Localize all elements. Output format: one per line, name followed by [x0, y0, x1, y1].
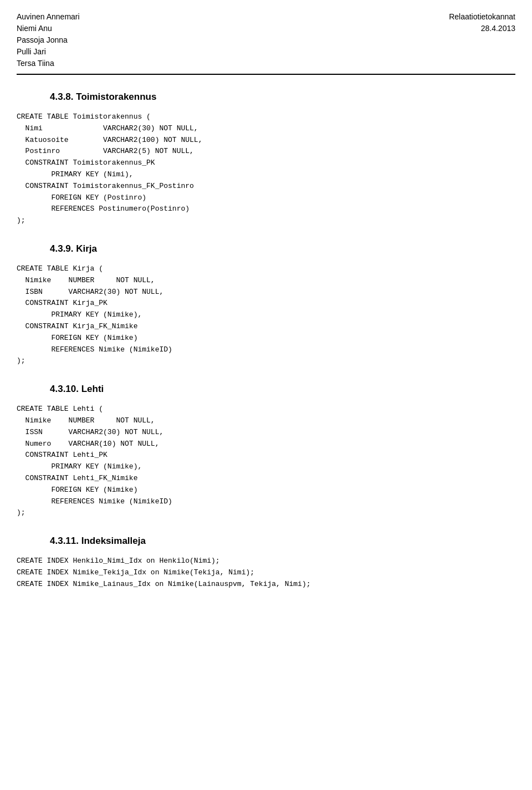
- header-names: Auvinen Annemari Niemi Anu Passoja Jonna…: [17, 11, 80, 69]
- name-5: Tersa Tiina: [17, 58, 80, 69]
- section-title-1: 4.3.9. Kirja: [50, 243, 515, 254]
- content: 4.3.8. ToimistorakennusCREATE TABLE Toim…: [17, 91, 515, 590]
- name-3: Passoja Jonna: [17, 34, 80, 46]
- section-code-2: CREATE TABLE Lehti ( Nimike NUMBER NOT N…: [17, 404, 515, 519]
- name-2: Niemi Anu: [17, 23, 80, 34]
- section-0: 4.3.8. ToimistorakennusCREATE TABLE Toim…: [17, 91, 515, 227]
- section-title-3: 4.3.11. Indeksimalleja: [50, 536, 515, 547]
- subject-title: Relaatiotietokannat: [449, 11, 515, 23]
- section-2: 4.3.10. LehtiCREATE TABLE Lehti ( Nimike…: [17, 384, 515, 519]
- section-1: 4.3.9. KirjaCREATE TABLE Kirja ( Nimike …: [17, 243, 515, 367]
- name-1: Auvinen Annemari: [17, 11, 80, 23]
- section-title-0: 4.3.8. Toimistorakennus: [50, 91, 515, 103]
- section-title-2: 4.3.10. Lehti: [50, 384, 515, 395]
- page-header: Auvinen Annemari Niemi Anu Passoja Jonna…: [17, 11, 515, 75]
- section-code-3: CREATE INDEX Henkilo_Nimi_Idx on Henkilo…: [17, 555, 515, 590]
- section-code-0: CREATE TABLE Toimistorakennus ( Nimi VAR…: [17, 111, 515, 227]
- name-4: Pulli Jari: [17, 46, 80, 58]
- section-3: 4.3.11. IndeksimallejaCREATE INDEX Henki…: [17, 536, 515, 590]
- header-info: Relaatiotietokannat 28.4.2013: [449, 11, 515, 34]
- section-code-1: CREATE TABLE Kirja ( Nimike NUMBER NOT N…: [17, 263, 515, 367]
- date: 28.4.2013: [449, 23, 515, 34]
